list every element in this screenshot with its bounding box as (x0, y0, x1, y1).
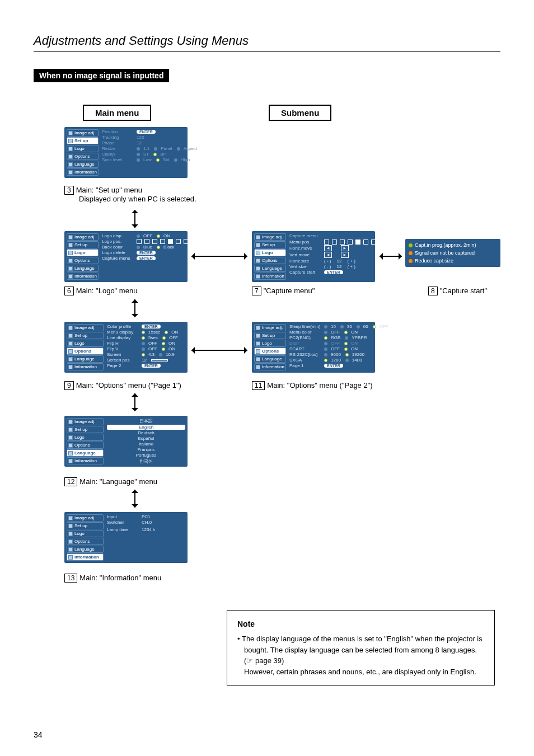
position-cell (363, 240, 368, 245)
position-cell (387, 240, 392, 245)
menu-item-language: Language (254, 265, 286, 272)
arrow-icon: ◄ (324, 252, 332, 258)
position-cell (332, 240, 337, 245)
menu-item-language: Language (67, 355, 104, 363)
menu-item-information: Information (254, 273, 286, 280)
menu-item-imageadj: Image adj. (67, 418, 104, 425)
menu-item-options: Options (67, 348, 104, 355)
menu-icon (68, 170, 73, 175)
position-cell (340, 240, 345, 245)
arrow-right-icon (380, 256, 402, 257)
position-cell (199, 239, 204, 244)
menu-item-setup: Set up (67, 522, 104, 529)
note-box: Note • The display language of the menus… (227, 610, 495, 685)
arrow-icon: ◄ (324, 245, 332, 251)
menu-item-options: Options (67, 257, 99, 264)
position-cell (160, 239, 165, 244)
caption-options-p2: 11Main: "Options" menu ("Page 2") (252, 381, 373, 390)
menu-item-information: Information (67, 457, 104, 464)
position-cell (152, 239, 157, 244)
position-cell (137, 239, 142, 244)
language-option: 日本語 (107, 418, 185, 424)
position-cell (191, 239, 196, 244)
menu-icon (68, 259, 73, 263)
note-title: Note (237, 618, 484, 630)
position-cell (324, 240, 329, 245)
caption-language: 12Main: "Language" menu (64, 477, 157, 486)
menu-icon (68, 235, 73, 240)
menu-icon (68, 443, 73, 448)
language-option: Português (107, 453, 185, 458)
menu-item-imageadj: Image adj. (67, 324, 104, 331)
menu-item-setup: Set up (67, 137, 99, 144)
enter-badge: ENTER (137, 130, 156, 134)
menu-item-information: Information (254, 363, 286, 370)
language-option: Deutsch (107, 430, 185, 435)
section-banner: When no image signal is inputted (34, 69, 169, 82)
diagram: Main menu Submenu Image adj.Set upLogoOp… (34, 105, 498, 608)
menu-icon (68, 451, 73, 456)
menu-icon (68, 243, 73, 247)
enter-badge: ENTER (142, 325, 161, 328)
menu-item-logo: Logo (67, 249, 99, 256)
menu-icon (256, 334, 260, 338)
menu-icon (256, 349, 260, 354)
menu-item-logo: Logo (254, 249, 286, 256)
menu-item-setup: Set up (67, 426, 104, 433)
menu-icon (68, 365, 73, 369)
arrow-down-icon (134, 393, 135, 411)
menu-icon (68, 555, 73, 560)
menu-icon (68, 131, 73, 135)
status-bullet-icon (409, 251, 413, 255)
menu-icon (68, 251, 73, 255)
menu-icon (68, 349, 73, 354)
menu-item-language: Language (67, 546, 104, 553)
note-body: • The display language of the menus is s… (237, 633, 484, 677)
menu-item-options: Options (67, 442, 104, 449)
page-title: Adjustments and Settings Using Menus (34, 34, 500, 52)
menu-item-information: Information (67, 273, 99, 280)
arrow-right-icon (191, 350, 247, 351)
menu-icon (256, 259, 260, 263)
position-cell (348, 240, 353, 245)
menu-icon (68, 162, 73, 167)
language-option: Italiano (107, 442, 185, 447)
language-option: 한국어 (107, 458, 185, 464)
menu-item-options: Options (254, 348, 286, 355)
panel-logo: Image adj.Set upLogoOptionsLanguageInfor… (64, 231, 188, 282)
arrow-down-icon (134, 490, 135, 508)
menu-item-imageadj: Image adj. (67, 233, 99, 241)
menu-item-setup: Set up (254, 332, 286, 339)
enter-badge: ENTER (137, 251, 156, 255)
enter-badge: ENTER (137, 256, 156, 260)
menu-icon (68, 524, 73, 528)
menu-icon (256, 266, 260, 271)
arrow-icon: ► (341, 252, 349, 258)
menu-item-language: Language (67, 161, 99, 168)
menu-icon (68, 357, 73, 361)
menu-icon (256, 357, 260, 361)
menu-item-language: Language (67, 449, 104, 457)
panel-language: Image adj.Set upLogoOptionsLanguageInfor… (64, 416, 188, 467)
menu-item-language: Language (67, 265, 99, 272)
menu-item-logo: Logo (67, 145, 99, 152)
arrow-icon: ► (341, 245, 349, 251)
panel-capture-menu: Image adj.Set upLogoOptionsLanguageInfor… (252, 231, 375, 282)
position-cell (355, 240, 360, 245)
menu-icon (256, 274, 260, 279)
menu-icon (256, 341, 260, 346)
menu-icon (256, 365, 260, 369)
submenu-header: Submenu (269, 105, 331, 121)
position-cell (168, 239, 173, 244)
menu-item-options: Options (67, 153, 99, 160)
position-cell (184, 239, 189, 244)
language-option: Français (107, 447, 185, 452)
menu-item-logo: Logo (67, 530, 104, 537)
page-number: 34 (34, 730, 43, 739)
position-cell (371, 240, 376, 245)
menu-item-logo: Logo (67, 340, 104, 347)
menu-icon (256, 235, 260, 240)
arrow-right-icon (191, 256, 247, 257)
status-bullet-icon (409, 259, 413, 263)
menu-icon (68, 334, 73, 338)
